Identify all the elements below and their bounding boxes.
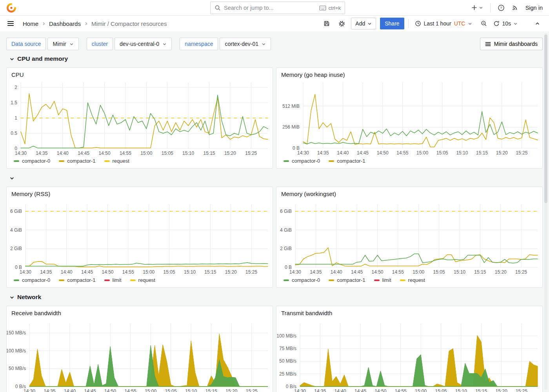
breadcrumb-home[interactable]: Home bbox=[23, 20, 38, 27]
x-axis-tick-label: 15:25 bbox=[516, 388, 527, 392]
y-axis-tick-label: 100 MB/s bbox=[7, 348, 26, 354]
legend-label: request bbox=[113, 158, 129, 164]
legend-label: request bbox=[408, 277, 425, 283]
x-axis-tick-label: 15:15 bbox=[475, 388, 487, 392]
x-axis-tick-label: 15:00 bbox=[140, 151, 152, 156]
x-axis-tick-label: 15:00 bbox=[416, 150, 428, 156]
search-input[interactable] bbox=[224, 5, 316, 11]
x-axis-tick-label: 15:20 bbox=[225, 269, 237, 275]
x-axis-tick-label: 15:00 bbox=[143, 269, 155, 275]
y-axis-tick-label: 1 bbox=[15, 115, 17, 121]
y-axis-tick-label: 50 MB/s bbox=[9, 366, 26, 371]
x-axis-tick-label: 15:05 bbox=[162, 151, 173, 156]
save-dashboard-button[interactable] bbox=[321, 18, 332, 29]
y-axis-tick-label: 4 GiB bbox=[280, 227, 292, 233]
section-cpu-and-memory[interactable]: CPU and memory bbox=[9, 55, 68, 62]
legend-item-compactor-1[interactable]: compactor-1 bbox=[59, 277, 95, 283]
legend-item-compactor-0[interactable]: compactor-0 bbox=[14, 158, 50, 164]
y-axis-tick-label: 100 MB/s bbox=[276, 333, 296, 339]
x-axis-tick-label: 15:05 bbox=[436, 150, 448, 156]
page-scrollbar-thumb[interactable] bbox=[544, 34, 547, 203]
panel-title[interactable]: CPU bbox=[11, 71, 24, 78]
time-series-plot[interactable]: 0 B/s25 MB/s50 MB/s75 MB/s100 MB/s14:301… bbox=[276, 306, 543, 392]
legend: compactor-0compactor-1limitrequest bbox=[284, 277, 425, 283]
grafana-logo[interactable] bbox=[6, 3, 16, 13]
news-icon[interactable] bbox=[512, 4, 518, 11]
x-axis-tick-label: 14:55 bbox=[395, 388, 407, 392]
time-range-picker[interactable]: Last 1 hour UTC bbox=[413, 18, 475, 29]
namespace-label[interactable]: namespace bbox=[180, 38, 218, 50]
datasource-label[interactable]: Data source bbox=[6, 38, 46, 50]
x-axis-tick-label: 15:25 bbox=[246, 388, 258, 392]
section-untitled-row[interactable] bbox=[9, 176, 15, 181]
x-axis-tick-label: 15:10 bbox=[182, 151, 194, 156]
menu-toggle-icon[interactable] bbox=[6, 19, 15, 28]
legend-swatch bbox=[329, 160, 334, 162]
legend-item-compactor-1[interactable]: compactor-1 bbox=[59, 158, 95, 164]
time-series-plot[interactable]: 0 B2 GiB4 GiB6 GiB14:3014:3514:4014:4514… bbox=[276, 187, 543, 288]
legend-item-request[interactable]: request bbox=[104, 158, 129, 164]
x-axis-tick-label: 14:35 bbox=[44, 388, 56, 392]
zoom-out-button[interactable] bbox=[478, 18, 489, 29]
x-axis-tick-label: 15:05 bbox=[433, 269, 445, 275]
x-axis-tick-label: 14:45 bbox=[84, 388, 96, 392]
panel-title[interactable]: Memory (RSS) bbox=[11, 191, 50, 197]
dashboard-settings-button[interactable] bbox=[336, 18, 347, 29]
time-series-plot[interactable]: 0 B2 GiB4 GiB6 GiB14:3014:3514:4014:4514… bbox=[7, 187, 273, 288]
time-series-plot[interactable]: 0 B/s50 MB/s100 MB/s150 MB/s14:3014:3514… bbox=[7, 306, 273, 392]
x-axis-tick-label: 14:40 bbox=[61, 269, 73, 275]
help-icon[interactable]: ? bbox=[498, 4, 505, 11]
panel-title[interactable]: Memory (go heap inuse) bbox=[281, 71, 345, 78]
legend-item-limit[interactable]: limit bbox=[104, 277, 122, 283]
section-title: Network bbox=[17, 294, 41, 301]
cluster-label[interactable]: cluster bbox=[87, 38, 113, 50]
legend-item-compactor-1[interactable]: compactor-1 bbox=[329, 158, 365, 164]
datasource-select[interactable]: Mimir bbox=[47, 38, 78, 50]
legend-item-compactor-1[interactable]: compactor-1 bbox=[329, 277, 365, 283]
section-title: CPU and memory bbox=[17, 55, 68, 62]
cluster-select[interactable]: dev-us-central-0 bbox=[115, 38, 172, 50]
x-axis-tick-label: 15:10 bbox=[456, 150, 468, 156]
legend-item-compactor-0[interactable]: compactor-0 bbox=[284, 158, 320, 164]
legend-item-limit[interactable]: limit bbox=[374, 277, 391, 283]
legend-item-request[interactable]: request bbox=[400, 277, 425, 283]
legend-label: compactor-0 bbox=[292, 158, 320, 164]
x-axis-tick-label: 15:25 bbox=[515, 269, 527, 275]
legend-swatch bbox=[14, 160, 19, 162]
breadcrumb-dashboards[interactable]: Dashboards bbox=[49, 20, 81, 27]
x-axis-tick-label: 15:20 bbox=[225, 388, 237, 392]
legend-label: compactor-0 bbox=[22, 277, 50, 283]
namespace-select[interactable]: cortex-dev-01 bbox=[220, 38, 271, 50]
section-network[interactable]: Network bbox=[9, 294, 41, 301]
share-button[interactable]: Share bbox=[380, 18, 404, 29]
legend: compactor-0compactor-1limitrequest bbox=[14, 277, 155, 283]
y-axis-tick-label: 2 GiB bbox=[280, 246, 292, 251]
sign-in-link[interactable]: Sign in bbox=[525, 5, 543, 11]
panel-transmit-bandwidth: 0 B/s25 MB/s50 MB/s75 MB/s100 MB/s14:301… bbox=[276, 306, 543, 392]
x-axis-tick-label: 15:20 bbox=[224, 151, 236, 156]
y-axis-tick-label: 4 GiB bbox=[10, 227, 22, 233]
panel-title[interactable]: Receive bandwidth bbox=[11, 310, 61, 316]
mimir-dashboards-button[interactable]: Mimir dashboards bbox=[480, 38, 543, 50]
legend-item-request[interactable]: request bbox=[130, 277, 155, 283]
add-button[interactable]: Add bbox=[351, 18, 376, 29]
chevron-down-icon bbox=[69, 42, 74, 46]
search-shortcut: ctrl+k bbox=[319, 5, 341, 11]
svg-text:?: ? bbox=[500, 5, 502, 10]
panel-title[interactable]: Transmit bandwidth bbox=[281, 310, 332, 316]
search-box[interactable]: ctrl+k bbox=[210, 2, 345, 14]
variables-row: Data source Mimir cluster dev-us-central… bbox=[6, 38, 543, 50]
collapse-toolbar-button[interactable] bbox=[532, 18, 543, 29]
time-series-plot[interactable]: 0 B256 MiB512 MiB14:3014:3514:4014:4514:… bbox=[276, 68, 543, 169]
legend-swatch bbox=[104, 279, 110, 281]
clock-icon bbox=[415, 20, 421, 27]
panel-memory-workingset: 0 B2 GiB4 GiB6 GiB14:3014:3514:4014:4514… bbox=[276, 187, 543, 288]
legend-item-compactor-0[interactable]: compactor-0 bbox=[14, 277, 50, 283]
time-series-plot[interactable]: 00.511.5214:3014:3514:4014:4514:5014:551… bbox=[7, 68, 273, 169]
dashboard-toolbar: Home Dashboards Mimir / Compactor resour… bbox=[0, 16, 549, 31]
refresh-picker[interactable]: 10s bbox=[493, 20, 518, 27]
panel-title[interactable]: Memory (workingset) bbox=[281, 191, 336, 197]
new-menu-button[interactable] bbox=[471, 5, 483, 11]
legend-item-compactor-0[interactable]: compactor-0 bbox=[284, 277, 320, 283]
x-axis-tick-label: 15:10 bbox=[184, 269, 196, 275]
